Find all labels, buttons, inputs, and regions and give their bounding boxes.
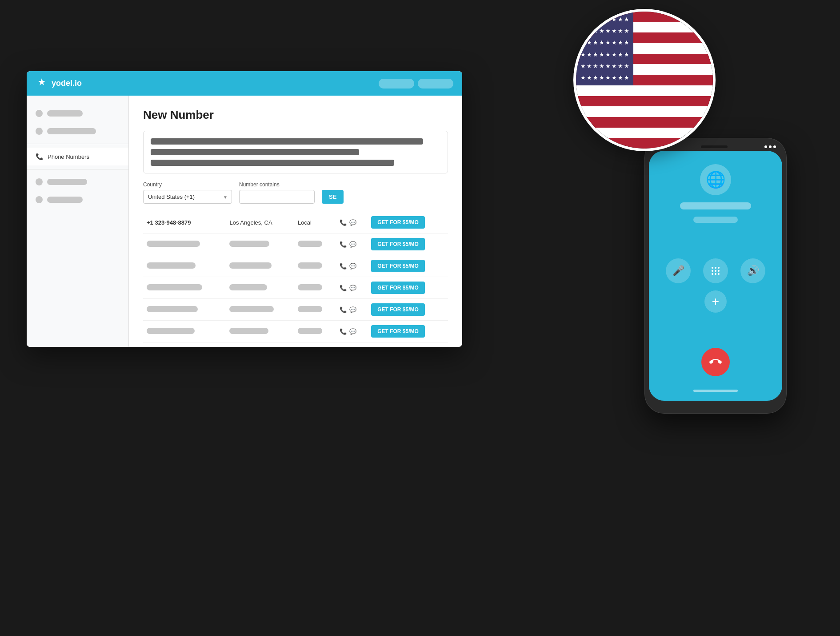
placeholder-number-4	[147, 284, 202, 290]
app-logo: yodel.io	[36, 77, 82, 90]
placeholder-number-5	[147, 306, 198, 312]
app-name: yodel.io	[52, 79, 82, 88]
country-select[interactable]: United States (+1)	[143, 190, 232, 204]
svg-point-3	[712, 270, 713, 272]
svg-point-2	[718, 267, 720, 269]
keypad-button[interactable]	[703, 258, 728, 283]
phone-home-bar	[693, 390, 738, 392]
capability-icons-3: 📞💬	[340, 263, 364, 270]
globe-icon: 🌐	[700, 164, 731, 195]
url-bar	[89, 79, 453, 89]
sidebar-icon-5	[36, 196, 43, 203]
sms-icon-4: 💬	[349, 285, 356, 291]
capability-icons-6: 📞💬	[340, 328, 364, 335]
speaker-button[interactable]: 🔊	[740, 258, 765, 283]
country-label: Country	[143, 181, 232, 188]
sidebar-item-1[interactable]	[27, 105, 128, 122]
phone-icon: 📞	[36, 153, 43, 160]
battery-icon	[773, 145, 776, 148]
country-select-wrapper[interactable]: United States (+1) ▼	[143, 190, 232, 204]
sidebar-icon-2	[36, 128, 43, 135]
placeholder-number-3	[147, 262, 196, 269]
placeholder-location-5	[229, 306, 274, 312]
sidebar-item-5[interactable]	[27, 191, 128, 209]
sms-icon-3: 💬	[349, 263, 356, 270]
placeholder-type-6	[298, 328, 322, 334]
table-row-6: 📞💬 GET FOR $5/MO	[143, 321, 448, 342]
signal-icon	[764, 145, 767, 148]
sidebar-icon-4	[36, 178, 43, 185]
add-icon: +	[712, 294, 719, 309]
placeholder-type-4	[298, 284, 322, 290]
phone-controls-row: 🎤 🔊	[666, 258, 765, 283]
svg-point-1	[715, 267, 716, 269]
add-call-button[interactable]: +	[704, 290, 727, 313]
phone-screen: 🌐 🎤 🔊	[649, 151, 782, 401]
table-row-2: 📞💬 GET FOR $5/MO	[143, 233, 448, 255]
sidebar-text-2	[47, 128, 96, 134]
content-line-2	[151, 149, 359, 155]
sidebar: 📞 Phone Numbers	[27, 96, 129, 347]
end-call-button[interactable]	[701, 348, 730, 376]
capability-icons-5: 📞💬	[340, 306, 364, 313]
svg-point-0	[712, 267, 713, 269]
svg-point-5	[718, 270, 720, 272]
sidebar-icon-1	[36, 110, 43, 117]
sidebar-text-1	[47, 110, 83, 117]
svg-point-7	[715, 273, 716, 275]
main-content: New Number Country United States (+1) ▼	[129, 96, 462, 347]
type-cell: Local	[294, 212, 336, 233]
microphone-icon: 🎤	[672, 265, 684, 277]
placeholder-location-4	[229, 284, 267, 290]
filters-row: Country United States (+1) ▼ Number cont…	[143, 181, 448, 204]
sidebar-item-4[interactable]	[27, 173, 128, 191]
table-row-3: 📞💬 GET FOR $5/MO	[143, 255, 448, 277]
numbers-table: +1 323-948-8879 Los Angeles, CA Local 📞 …	[143, 212, 448, 342]
description-block	[143, 131, 448, 173]
phone-number-cell: +1 323-948-8879	[143, 212, 226, 233]
placeholder-location-3	[229, 262, 272, 269]
svg-point-6	[712, 273, 713, 275]
url-pill-2	[418, 79, 453, 89]
sidebar-divider-1	[27, 144, 128, 144]
placeholder-type-2	[298, 241, 322, 247]
content-line-1	[151, 138, 423, 145]
sidebar-divider-2	[27, 169, 128, 169]
table-row-1: +1 323-948-8879 Los Angeles, CA Local 📞 …	[143, 212, 448, 233]
get-number-button-6[interactable]: GET FOR $5/MO	[371, 325, 425, 338]
number-contains-filter-group: Number contains	[239, 181, 315, 204]
call-icon: 📞	[340, 219, 347, 226]
number-contains-input[interactable]	[239, 190, 315, 204]
call-icon-2: 📞	[340, 241, 347, 248]
get-number-button-4[interactable]: GET FOR $5/MO	[371, 282, 425, 294]
get-number-button-1[interactable]: GET FOR $5/MO	[371, 216, 425, 229]
get-number-button-5[interactable]: GET FOR $5/MO	[371, 303, 425, 316]
get-number-button-2[interactable]: GET FOR $5/MO	[371, 238, 425, 250]
microphone-button[interactable]: 🎤	[666, 258, 691, 283]
location-cell: Los Angeles, CA	[226, 212, 294, 233]
number-contains-label: Number contains	[239, 181, 315, 188]
phone-label-bar	[680, 202, 751, 209]
sidebar-item-2[interactable]	[27, 122, 128, 140]
url-pill-1	[379, 79, 414, 89]
end-call-icon	[709, 356, 722, 368]
capability-icons: 📞 💬	[340, 219, 364, 226]
get-number-button-3[interactable]: GET FOR $5/MO	[371, 260, 425, 272]
placeholder-number-6	[147, 328, 195, 334]
phone-frame: 9:41 🌐 🎤	[644, 138, 787, 414]
placeholder-type-5	[298, 306, 322, 312]
sms-icon: 💬	[349, 219, 356, 226]
search-button[interactable]: SE	[322, 190, 344, 204]
us-flag: ★★★★★★ ★★★★★★ ★★★★★★ ★★★★★★ ★★★★★★ ★★★★★…	[573, 9, 716, 151]
logo-icon	[36, 77, 48, 90]
placeholder-location-2	[229, 241, 269, 247]
browser-window: yodel.io 📞 Phone Numbers	[27, 71, 462, 347]
call-icon-5: 📞	[340, 306, 347, 313]
sidebar-item-phone-numbers[interactable]: 📞 Phone Numbers	[27, 148, 128, 165]
wifi-icon	[769, 145, 772, 148]
placeholder-type-3	[298, 262, 322, 269]
placeholder-number-2	[147, 241, 200, 247]
browser-body: 📞 Phone Numbers New Number	[27, 96, 462, 347]
speaker-icon: 🔊	[747, 265, 759, 277]
capability-icons-4: 📞💬	[340, 285, 364, 291]
